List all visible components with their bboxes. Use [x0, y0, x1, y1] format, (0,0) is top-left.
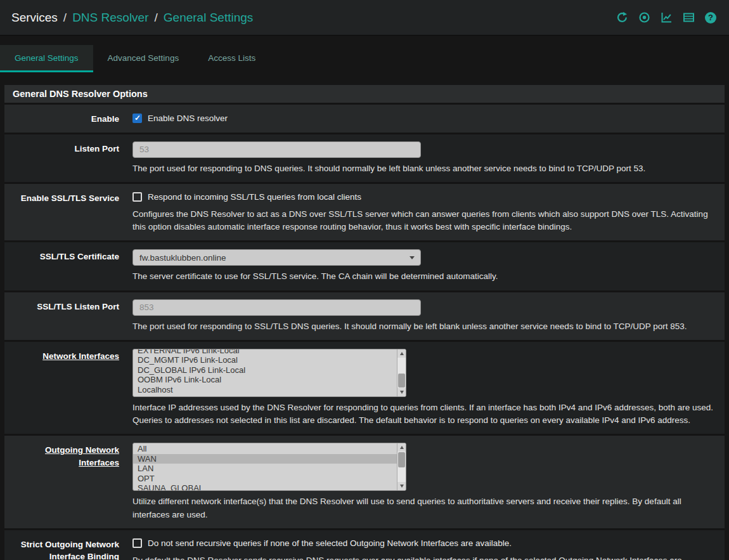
- scroll-down-icon[interactable]: [397, 482, 406, 490]
- tabs-gap: [0, 72, 729, 85]
- help-button[interactable]: [704, 11, 718, 25]
- listen-port-content: The port used for responding to DNS quer…: [128, 134, 725, 182]
- row-strict-binding: Strict Outgoing Network Interface Bindin…: [4, 528, 725, 560]
- panel-title: General DNS Resolver Options: [13, 89, 148, 99]
- network-interfaces-scrollbar[interactable]: [397, 349, 406, 396]
- breadcrumb: Services / DNS Resolver / General Settin…: [11, 11, 253, 25]
- option-dc-global-ipv6[interactable]: DC_GLOBAL IPv6 Link-Local: [133, 365, 397, 375]
- scroll-down-icon[interactable]: [397, 388, 406, 396]
- listen-port-input[interactable]: [132, 141, 421, 158]
- ssl-listen-port-input[interactable]: [132, 299, 421, 316]
- option-all[interactable]: All: [133, 444, 397, 454]
- option-dc-mgmt-ipv6[interactable]: DC_MGMT IPv6 Link-Local: [133, 355, 397, 365]
- enable-checkbox[interactable]: [132, 114, 142, 123]
- listen-port-help: The port used for responding to DNS quer…: [132, 162, 714, 175]
- log-table-button[interactable]: [681, 11, 695, 25]
- option-opt[interactable]: OPT: [133, 474, 397, 484]
- record-button[interactable]: [637, 11, 651, 25]
- enable-checkbox-label: Enable DNS resolver: [148, 114, 228, 123]
- strict-binding-label: Strict Outgoing Network Interface Bindin…: [4, 530, 128, 560]
- ssl-service-checkbox[interactable]: [132, 192, 142, 202]
- outgoing-interfaces-options: All WAN LAN OPT SAUNA_GLOBAL: [133, 443, 397, 490]
- ssl-service-help: Configures the DNS Resolver to act as a …: [132, 208, 714, 234]
- scrollbar-thumb[interactable]: [398, 374, 405, 387]
- ssl-listen-port-help: The port used for responding to SSL/TLS …: [132, 320, 714, 333]
- option-lan[interactable]: LAN: [133, 464, 397, 474]
- scrollbar-track[interactable]: [397, 358, 406, 388]
- tab-advanced-settings[interactable]: Advanced Settings: [93, 45, 194, 72]
- scrollbar-track[interactable]: [397, 452, 406, 482]
- ssl-service-label: Enable SSL/TLS Service: [4, 184, 128, 241]
- ssl-service-checkbox-row[interactable]: Respond to incoming SSL/TLS queries from…: [132, 191, 714, 204]
- outgoing-interfaces-content: All WAN LAN OPT SAUNA_GLOBAL Utilize dif…: [128, 436, 725, 528]
- outgoing-interfaces-label: Outgoing Network Interfaces: [4, 436, 128, 528]
- help-icon: [705, 12, 716, 23]
- breadcrumb-separator: /: [155, 11, 158, 25]
- header-bar: Services / DNS Resolver / General Settin…: [0, 0, 729, 36]
- graph-icon: [661, 11, 673, 23]
- ssl-service-content: Respond to incoming SSL/TLS queries from…: [128, 184, 725, 241]
- strict-binding-checkbox[interactable]: [132, 538, 142, 548]
- row-network-interfaces: Network Interfaces EXTERNAL IPv6 Link-Lo…: [4, 340, 725, 434]
- header-icons: [615, 11, 718, 25]
- outgoing-interfaces-select[interactable]: All WAN LAN OPT SAUNA_GLOBAL: [132, 443, 406, 491]
- row-ssl-service: Enable SSL/TLS Service Respond to incomi…: [4, 182, 725, 241]
- breadcrumb-services[interactable]: Services: [11, 11, 58, 25]
- strict-binding-content: Do not send recursive queries if none of…: [128, 530, 725, 560]
- status-graph-button[interactable]: [659, 11, 673, 25]
- ssl-certificate-content: fw.bastuklubben.online The server certif…: [128, 242, 725, 290]
- option-wan[interactable]: WAN: [133, 454, 397, 464]
- ssl-service-checkbox-label: Respond to incoming SSL/TLS queries from…: [148, 192, 361, 202]
- table-icon: [683, 11, 695, 23]
- network-interfaces-options: EXTERNAL IPv6 Link-Local DC_MGMT IPv6 Li…: [133, 349, 397, 396]
- ssl-certificate-label: SSL/TLS Certificate: [4, 242, 128, 290]
- row-ssl-listen-port: SSL/TLS Listen Port The port used for re…: [4, 290, 725, 340]
- chevron-down-icon: [410, 256, 415, 259]
- row-enable: Enable Enable DNS resolver: [4, 103, 725, 133]
- row-listen-port: Listen Port The port used for responding…: [4, 133, 725, 182]
- strict-binding-help: By default the DNS Resolver sends recurs…: [132, 554, 714, 560]
- ssl-certificate-value: fw.bastuklubben.online: [139, 253, 226, 263]
- tab-general-settings[interactable]: General Settings: [0, 45, 93, 72]
- network-interfaces-content: EXTERNAL IPv6 Link-Local DC_MGMT IPv6 Li…: [128, 342, 725, 434]
- network-interfaces-help: Interface IP addresses used by the DNS R…: [132, 401, 714, 427]
- strict-binding-checkbox-label: Do not send recursive queries if none of…: [148, 538, 512, 548]
- enable-label: Enable: [4, 105, 128, 133]
- breadcrumb-separator: /: [63, 11, 67, 25]
- listen-port-label: Listen Port: [4, 134, 128, 182]
- row-outgoing-interfaces: Outgoing Network Interfaces All WAN LAN …: [4, 434, 725, 528]
- enable-content: Enable DNS resolver: [128, 105, 725, 133]
- network-interfaces-label: Network Interfaces: [4, 342, 128, 434]
- refresh-button[interactable]: [615, 11, 629, 25]
- refresh-icon: [616, 11, 628, 23]
- network-interfaces-label-link[interactable]: Network Interfaces: [42, 351, 119, 361]
- ssl-certificate-help: The server certificate to use for SSL/TL…: [132, 270, 714, 283]
- scroll-up-icon[interactable]: [397, 443, 406, 452]
- option-oobm-ipv6[interactable]: OOBM IPv6 Link-Local: [133, 375, 397, 385]
- ssl-listen-port-label: SSL/TLS Listen Port: [4, 292, 128, 340]
- panel-header: General DNS Resolver Options: [4, 85, 725, 103]
- ssl-listen-port-content: The port used for responding to SSL/TLS …: [128, 292, 725, 340]
- network-interfaces-select[interactable]: EXTERNAL IPv6 Link-Local DC_MGMT IPv6 Li…: [132, 349, 406, 397]
- outgoing-interfaces-scrollbar[interactable]: [397, 443, 406, 490]
- ssl-certificate-select[interactable]: fw.bastuklubben.online: [132, 249, 421, 266]
- tab-bar: General Settings Advanced Settings Acces…: [0, 36, 729, 72]
- strict-binding-checkbox-row[interactable]: Do not send recursive queries if none of…: [132, 537, 714, 550]
- enable-checkbox-row[interactable]: Enable DNS resolver: [132, 112, 714, 124]
- scrollbar-thumb[interactable]: [398, 452, 405, 467]
- outgoing-interfaces-help: Utilize different network interface(s) t…: [132, 495, 714, 521]
- option-sauna-global[interactable]: SAUNA_GLOBAL: [133, 483, 397, 490]
- tab-access-lists[interactable]: Access Lists: [193, 45, 270, 72]
- scroll-up-icon[interactable]: [397, 349, 406, 358]
- breadcrumb-general-settings[interactable]: General Settings: [164, 11, 254, 25]
- outgoing-interfaces-label-link[interactable]: Outgoing Network Interfaces: [45, 445, 119, 467]
- row-ssl-certificate: SSL/TLS Certificate fw.bastuklubben.onli…: [4, 240, 725, 290]
- option-localhost[interactable]: Localhost: [133, 385, 397, 395]
- option-external-ipv6[interactable]: EXTERNAL IPv6 Link-Local: [133, 349, 397, 356]
- breadcrumb-dns-resolver[interactable]: DNS Resolver: [72, 11, 148, 25]
- general-options-panel: General DNS Resolver Options Enable Enab…: [4, 85, 725, 560]
- record-icon: [638, 11, 650, 23]
